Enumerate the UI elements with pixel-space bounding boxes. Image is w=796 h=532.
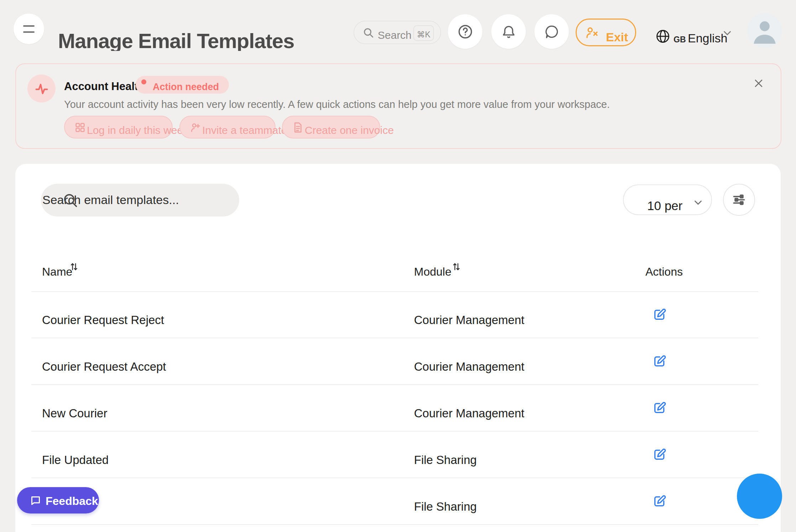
exit-label: Exit	[606, 30, 628, 44]
template-module: Courier Management	[414, 360, 524, 374]
edit-button[interactable]	[653, 447, 667, 461]
page-title: Manage Email Templates	[58, 14, 329, 51]
template-name: File Updated	[42, 453, 109, 467]
person-x-icon	[585, 25, 599, 40]
banner-close-button[interactable]	[750, 75, 767, 92]
banner-title: Account Health	[64, 80, 145, 93]
table-row: Courier Request Accept Courier Managemen…	[31, 338, 758, 385]
person-icon	[747, 13, 782, 48]
template-module: File Sharing	[414, 500, 477, 513]
edit-button[interactable]	[653, 307, 667, 322]
account-health-banner: Account Health Action needed Your accoun…	[15, 63, 781, 149]
globe-icon	[655, 28, 671, 44]
template-module: File Sharing	[414, 453, 477, 467]
template-search-input[interactable]: Search email templates...	[41, 184, 239, 217]
page-size-value: 10 per	[647, 199, 682, 213]
banner-description: Your account activity has been very low …	[64, 99, 610, 110]
search-icon	[362, 26, 375, 39]
page: Manage Email Templates Search ⌘K	[0, 0, 796, 532]
table-row: File Sharing	[31, 478, 758, 525]
global-search-button[interactable]: Search ⌘K	[354, 21, 441, 44]
edit-button[interactable]	[653, 494, 667, 508]
global-search-placeholder: Search	[378, 29, 412, 41]
activity-icon	[27, 74, 56, 103]
edit-button[interactable]	[653, 354, 667, 368]
close-icon	[752, 77, 765, 90]
table-row: File Updated File Sharing	[31, 432, 758, 478]
hamburger-icon	[23, 25, 35, 27]
grid-icon	[74, 121, 86, 134]
chat-bubble-icon	[29, 494, 42, 507]
keyboard-shortcut-badge: ⌘K	[413, 25, 434, 41]
template-name: Courier Request Accept	[42, 360, 166, 374]
template-module: Courier Management	[414, 313, 524, 327]
template-name: Courier Request Reject	[42, 313, 164, 327]
create-invoice-button[interactable]: Create one invoice	[282, 116, 380, 139]
table-row: Courier Request Reject Courier Managemen…	[31, 292, 758, 338]
template-name: New Courier	[42, 407, 107, 420]
page-size-dropdown[interactable]: 10 per	[623, 184, 712, 215]
invite-teammate-button[interactable]: Invite a teammate	[179, 116, 276, 139]
question-mark-icon	[457, 24, 473, 40]
table-row: New Courier Courier Management	[31, 385, 758, 432]
column-header-actions: Actions	[645, 265, 683, 278]
language-selector[interactable]: GB English	[655, 23, 740, 48]
sort-icon[interactable]	[68, 261, 80, 273]
user-avatar[interactable]	[747, 13, 782, 48]
sliders-icon	[731, 192, 747, 208]
chevron-down-icon	[692, 197, 704, 209]
hamburger-menu-button[interactable]	[14, 14, 44, 44]
action-needed-badge: Action needed	[136, 76, 229, 94]
bell-icon	[501, 24, 517, 40]
search-icon	[60, 190, 80, 210]
help-button[interactable]	[448, 14, 482, 49]
chevron-down-icon	[721, 27, 733, 39]
person-plus-icon	[189, 121, 201, 134]
template-module: Courier Management	[414, 407, 524, 420]
chat-bubble-icon	[544, 24, 560, 40]
feedback-button[interactable]: Feedback	[17, 487, 99, 513]
column-header-module[interactable]: Module	[414, 265, 451, 278]
messages-button[interactable]	[534, 14, 569, 49]
chat-widget-button[interactable]	[737, 474, 782, 519]
language-flag: GB	[674, 35, 686, 45]
invoice-icon	[292, 121, 304, 134]
sort-icon[interactable]	[450, 261, 462, 273]
exit-button[interactable]: Exit	[576, 19, 636, 46]
alert-dot	[141, 79, 146, 84]
email-templates-card: Search email templates... 10 per Name Mo…	[15, 164, 781, 532]
notifications-button[interactable]	[491, 14, 526, 49]
edit-button[interactable]	[653, 401, 667, 415]
filters-button[interactable]	[723, 184, 755, 216]
login-daily-button[interactable]: Log in daily this week	[64, 116, 173, 139]
